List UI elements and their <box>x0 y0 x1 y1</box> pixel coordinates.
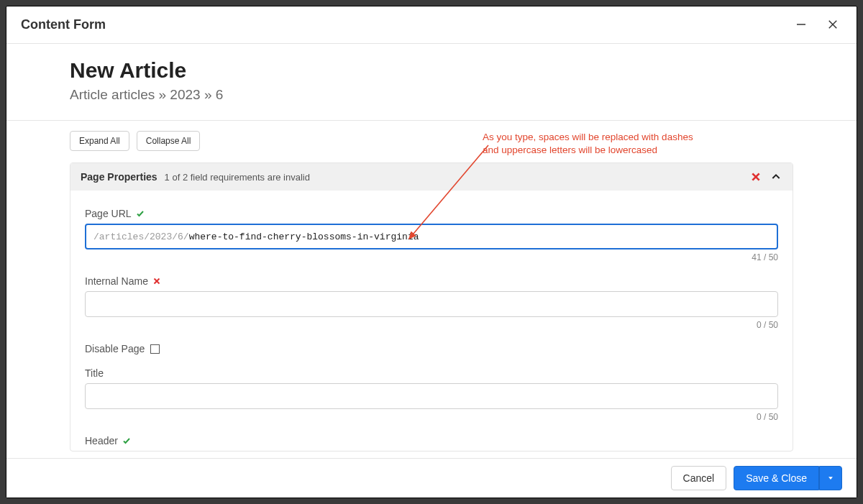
collapse-all-button[interactable]: Collapse All <box>137 131 201 151</box>
cancel-button[interactable]: Cancel <box>671 466 727 490</box>
field-label-page-url: Page URL <box>85 208 778 219</box>
field-header: Header <box>85 435 778 446</box>
field-label-internal-name: Internal Name <box>85 275 778 287</box>
page-properties-panel: Page Properties 1 of 2 field requirement… <box>70 162 793 452</box>
panel-collapse-toggle[interactable] <box>770 170 782 183</box>
page-url-counter: 41 / 50 <box>85 252 778 262</box>
field-label-title: Title <box>85 367 778 379</box>
page-url-input[interactable]: /articles/2023/6/where-to-find-cherry-bl… <box>85 224 778 249</box>
chevron-up-icon <box>770 171 782 183</box>
title-counter: 0 / 50 <box>85 412 778 422</box>
save-close-button-group: Save & Close <box>734 466 842 490</box>
field-page-url: Page URL /articles/2023/6/where-to-find-… <box>85 208 778 262</box>
modal-footer: Cancel Save & Close <box>6 459 857 498</box>
title-input[interactable] <box>85 383 778 409</box>
panel-invalid-icon <box>749 170 762 183</box>
check-icon <box>136 209 145 218</box>
page-url-prefix: /articles/2023/6/ <box>93 232 189 242</box>
close-button[interactable] <box>823 15 842 34</box>
modal-header: Content Form <box>6 6 857 43</box>
disable-page-checkbox[interactable] <box>150 344 160 354</box>
content-form-modal: Content Form New Article Article article… <box>6 6 857 498</box>
caret-down-icon <box>827 475 834 482</box>
window-controls <box>792 15 842 34</box>
expand-collapse-row: Expand All Collapse All As you type, spa… <box>6 121 857 158</box>
field-disable-page: Disable Page <box>85 343 778 354</box>
minimize-button[interactable] <box>792 15 811 34</box>
page-header: New Article Article articles » 2023 » 6 <box>6 44 857 121</box>
breadcrumb: Article articles » 2023 » 6 <box>70 87 793 103</box>
save-close-button[interactable]: Save & Close <box>734 466 819 490</box>
page-title: New Article <box>70 58 793 83</box>
save-close-dropdown[interactable] <box>819 466 842 490</box>
disable-page-label: Disable Page <box>85 343 145 354</box>
expand-all-button[interactable]: Expand All <box>70 131 129 151</box>
annotation-text: As you type, spaces will be replaced wit… <box>483 132 693 155</box>
annotation-callout: As you type, spaces will be replaced wit… <box>483 131 706 157</box>
panel-title: Page Properties <box>81 171 157 183</box>
panel-body: Page URL /articles/2023/6/where-to-find-… <box>70 191 793 446</box>
x-icon <box>152 277 161 285</box>
modal-title: Content Form <box>21 17 792 32</box>
close-icon <box>826 18 839 31</box>
modal-body-scroll[interactable]: New Article Article articles » 2023 » 6 … <box>6 43 857 459</box>
panel-header[interactable]: Page Properties 1 of 2 field requirement… <box>70 163 793 191</box>
field-title: Title 0 / 50 <box>85 367 778 422</box>
minimize-icon <box>795 18 808 31</box>
field-label-header: Header <box>85 435 778 446</box>
page-url-value: where-to-find-cherry-blossoms-in-virgini… <box>189 232 419 242</box>
panel-subtitle: 1 of 2 field requirements are invalid <box>165 172 310 183</box>
check-icon <box>122 436 131 445</box>
internal-name-counter: 0 / 50 <box>85 320 778 330</box>
svg-marker-9 <box>828 477 833 480</box>
field-internal-name: Internal Name 0 / 50 <box>85 275 778 330</box>
internal-name-input[interactable] <box>85 291 778 317</box>
